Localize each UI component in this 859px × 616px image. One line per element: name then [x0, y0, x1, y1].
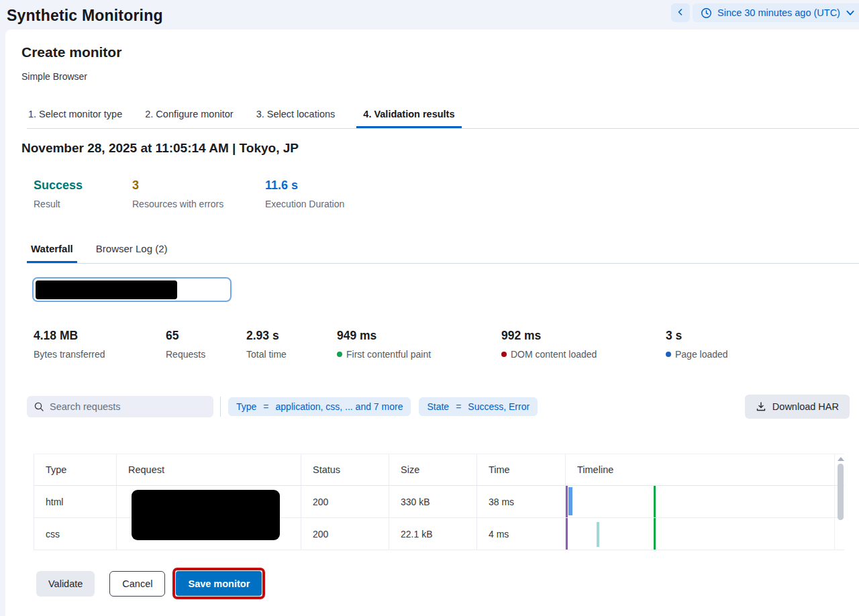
waterfall-toolbar: Type = application, css, ... and 7 more … — [27, 395, 850, 419]
metric-requests-value: 65 — [166, 329, 246, 343]
page-title: Synthetic Monitoring — [7, 5, 163, 25]
time-picker: Since 30 minutes ago (UTC) — [671, 3, 859, 23]
cell-size: 330 kB — [389, 486, 476, 517]
metric-requests-label: Requests — [166, 349, 205, 360]
toolbar-divider — [220, 397, 221, 417]
filter-state-pill[interactable]: State = Success, Error — [419, 397, 538, 416]
dcl-dot-icon — [501, 352, 507, 357]
timeline-marker-purple — [566, 486, 568, 517]
run-heading: November 28, 2025 at 11:05:14 AM | Tokyo… — [21, 141, 850, 156]
metric-fcp-value: 949 ms — [337, 329, 501, 343]
col-timeline: Timeline — [565, 454, 835, 485]
metric-dcl: 992 ms DOM content loaded — [501, 329, 666, 360]
metric-requests: 65 Requests — [166, 329, 246, 360]
cell-size: 22.1 kB — [389, 518, 476, 550]
metric-bytes-label: Bytes transferred — [34, 349, 105, 360]
search-requests-input[interactable] — [50, 401, 207, 412]
cell-status: 200 — [301, 518, 389, 550]
step-validation-results[interactable]: 4. Validation results — [356, 109, 461, 128]
col-request: Request — [116, 454, 301, 485]
save-monitor-highlight: Save monitor — [172, 568, 265, 599]
timeline-marker-purple — [566, 518, 568, 550]
wizard-footer: Validate Cancel Save monitor — [36, 568, 850, 599]
cell-timeline — [565, 486, 835, 517]
stat-duration-value: 11.6 s — [265, 178, 344, 193]
clock-icon — [701, 7, 712, 19]
col-size: Size — [389, 454, 476, 485]
timeline-marker-green — [654, 486, 656, 517]
metric-page-loaded: 3 s Page loaded — [666, 329, 728, 360]
download-icon — [756, 401, 766, 412]
stat-result-label: Result — [34, 199, 132, 209]
cell-status: 200 — [301, 486, 389, 517]
stat-resources-value: 3 — [132, 178, 265, 193]
wizard-steps: 1. Select monitor type 2. Configure moni… — [27, 109, 859, 129]
filter-type-pill[interactable]: Type = application, css, ... and 7 more — [228, 397, 411, 416]
filter-type-field: Type — [236, 401, 256, 412]
cell-time: 38 ms — [476, 486, 565, 517]
requests-table: Type Request Status Size Time Timeline h… — [34, 454, 844, 550]
chevron-down-icon — [846, 8, 855, 17]
cell-type: css — [34, 518, 116, 550]
timeline-bar-request — [597, 522, 599, 547]
filter-type-operator: = — [263, 401, 268, 412]
filter-state-value: Success, Error — [468, 401, 529, 412]
create-monitor-panel: Create monitor Simple Browser 1. Select … — [5, 30, 859, 616]
col-time: Time — [476, 454, 565, 485]
metric-fcp-label: First contentful paint — [346, 349, 431, 360]
validate-button[interactable]: Validate — [36, 571, 95, 597]
metric-load-value: 3 s — [666, 329, 728, 343]
waterfall-metrics: 4.18 MB Bytes transferred 65 Requests 2.… — [34, 329, 850, 360]
metric-total-time-value: 2.93 s — [246, 329, 337, 343]
scrollbar-up-icon[interactable] — [838, 457, 844, 461]
step-configure-monitor[interactable]: 2. Configure monitor — [144, 109, 234, 128]
chevron-left-icon — [676, 8, 685, 18]
metric-total-time: 2.93 s Total time — [246, 329, 337, 360]
metric-total-time-label: Total time — [246, 349, 287, 360]
redacted-request-block — [132, 490, 280, 540]
stat-result-value: Success — [34, 178, 132, 193]
metric-bytes-value: 4.18 MB — [34, 329, 166, 343]
col-type: Type — [34, 454, 116, 485]
panel-title: Create monitor — [21, 44, 850, 60]
summary-stats: Success Result 3 Resources with errors 1… — [34, 178, 850, 209]
metric-bytes-transferred: 4.18 MB Bytes transferred — [34, 329, 166, 360]
cancel-button[interactable]: Cancel — [109, 571, 165, 597]
table-header-row: Type Request Status Size Time Timeline — [34, 454, 844, 486]
metric-dcl-label: DOM content loaded — [511, 349, 597, 360]
time-range-button[interactable]: Since 30 minutes ago (UTC) — [693, 3, 859, 22]
search-requests-box[interactable] — [27, 396, 213, 417]
metric-dcl-value: 992 ms — [501, 329, 666, 343]
stat-resources-with-errors: 3 Resources with errors — [132, 178, 265, 209]
stat-result: Success Result — [34, 178, 132, 209]
step-select-monitor-type[interactable]: 1. Select monitor type — [27, 109, 123, 128]
result-tabs: Waterfall Browser Log (2) — [27, 243, 859, 264]
search-icon — [34, 401, 44, 412]
stat-duration-label: Execution Duration — [265, 199, 344, 209]
col-status: Status — [301, 454, 389, 485]
fcp-dot-icon — [337, 352, 342, 357]
time-range-label: Since 30 minutes ago (UTC) — [717, 7, 840, 18]
step-select-locations[interactable]: 3. Select locations — [255, 109, 337, 128]
filter-state-field: State — [427, 401, 449, 412]
panel-subtitle: Simple Browser — [21, 71, 850, 82]
download-har-label: Download HAR — [772, 401, 839, 412]
metric-load-label: Page loaded — [675, 349, 728, 360]
cell-time: 4 ms — [476, 518, 565, 550]
save-monitor-button[interactable]: Save monitor — [176, 571, 262, 596]
cell-timeline — [565, 518, 835, 550]
stat-resources-label: Resources with errors — [132, 199, 265, 209]
download-har-button[interactable]: Download HAR — [745, 395, 850, 419]
tab-browser-log[interactable]: Browser Log (2) — [95, 243, 169, 263]
timeline-bar-request — [568, 487, 572, 515]
filter-type-value: application, css, ... and 7 more — [276, 401, 403, 412]
scrollbar-thumb[interactable] — [838, 464, 844, 520]
filter-state-operator: = — [456, 401, 461, 412]
table-scrollbar[interactable] — [836, 455, 845, 550]
metric-fcp: 949 ms First contentful paint — [337, 329, 501, 360]
tab-waterfall[interactable]: Waterfall — [27, 243, 77, 263]
time-back-button[interactable] — [671, 3, 690, 22]
load-dot-icon — [666, 352, 671, 357]
redacted-url — [36, 280, 177, 299]
page-url-select[interactable] — [32, 277, 232, 302]
